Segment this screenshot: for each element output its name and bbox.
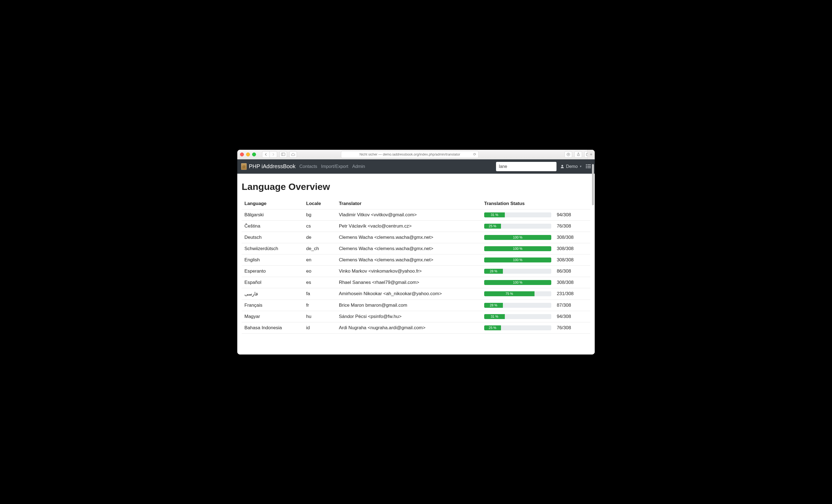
svg-rect-0 — [282, 153, 285, 156]
cell-count: 308/308 — [554, 254, 590, 265]
progress-track: 31 % — [484, 314, 551, 319]
back-button[interactable] — [262, 151, 269, 158]
book-icon — [241, 163, 246, 170]
cell-language: Magyar — [242, 311, 304, 322]
col-language: Language — [242, 199, 304, 209]
col-locale: Locale — [304, 199, 336, 209]
brand-label: PHP iAddressBook — [249, 163, 295, 169]
icloud-button[interactable] — [289, 151, 297, 158]
cell-status: 100 % — [482, 254, 554, 265]
cell-locale: de — [304, 232, 336, 243]
progress-track: 100 % — [484, 258, 551, 262]
cell-translator: Amirhosein Nikookar <ah_nikookar@yahoo.c… — [336, 288, 481, 299]
download-icon — [567, 153, 570, 156]
cell-status: 25 % — [482, 220, 554, 232]
cell-language: English — [242, 254, 304, 265]
cell-language: Español — [242, 277, 304, 288]
chevron-left-icon — [264, 153, 267, 156]
close-window-button[interactable] — [240, 153, 244, 156]
user-label: Demo — [566, 164, 578, 169]
cell-status: 31 % — [482, 311, 554, 322]
progress-track: 28 % — [484, 269, 551, 274]
progress-track: 100 % — [484, 246, 551, 251]
progress-track: 25 % — [484, 224, 551, 229]
table-header-row: Language Locale Translator Translation S… — [242, 199, 590, 209]
cloud-icon — [291, 153, 295, 156]
maximize-window-button[interactable] — [252, 153, 256, 156]
progress-bar: 31 % — [484, 314, 505, 319]
vertical-scrollbar[interactable] — [592, 164, 594, 205]
cell-locale: fa — [304, 288, 336, 299]
cell-translator: Clemens Wacha <clemens.wacha@gmx.net> — [336, 232, 481, 243]
new-tab-button[interactable]: + — [587, 150, 595, 159]
cell-status: 75 % — [482, 288, 554, 299]
progress-bar: 25 % — [484, 325, 501, 330]
share-button[interactable] — [574, 151, 582, 158]
cell-language: فارسی — [242, 288, 304, 299]
progress-bar: 31 % — [484, 212, 505, 217]
progress-bar: 75 % — [484, 291, 535, 296]
chevron-right-icon — [272, 153, 275, 156]
table-row: EspañolesRhael Sananes <rhael79@gmail.co… — [242, 277, 590, 288]
page-content: Language Overview Language Locale Transl… — [237, 174, 595, 354]
window-controls — [240, 153, 256, 156]
cell-count: 94/308 — [554, 311, 590, 322]
svg-rect-7 — [587, 166, 591, 166]
progress-track: 31 % — [484, 212, 551, 217]
progress-track: 25 % — [484, 325, 551, 330]
forward-button[interactable] — [269, 151, 277, 158]
cell-locale: en — [304, 254, 336, 265]
nav-back-forward — [262, 151, 277, 158]
app-navbar: PHP iAddressBook Contacts Import/Export … — [237, 159, 595, 174]
search-input[interactable] — [496, 162, 556, 171]
cell-locale: fr — [304, 299, 336, 311]
progress-bar: 28 % — [484, 303, 503, 308]
table-row: EnglishenClemens Wacha <clemens.wacha@gm… — [242, 254, 590, 265]
minimize-window-button[interactable] — [246, 153, 250, 156]
address-bar[interactable]: Nicht sicher — demo.iaddressbook.org/ind… — [341, 151, 479, 158]
nav-admin[interactable]: Admin — [352, 164, 365, 169]
nav-contacts[interactable]: Contacts — [300, 164, 317, 169]
cell-language: Schwiizerdütsch — [242, 243, 304, 254]
cell-translator: Sándor Pécsi <psinfo@fw.hu> — [336, 311, 481, 322]
cell-status: 100 % — [482, 277, 554, 288]
brand[interactable]: PHP iAddressBook — [241, 163, 295, 170]
cell-translator: Petr Václavík <vaclo@centrum.cz> — [336, 220, 481, 232]
browser-window: Nicht sicher — demo.iaddressbook.org/ind… — [237, 150, 595, 354]
progress-track: 28 % — [484, 303, 551, 308]
cell-locale: bg — [304, 209, 336, 220]
sidebar-toggle-button[interactable] — [279, 151, 287, 158]
cell-locale: de_ch — [304, 243, 336, 254]
reload-button[interactable]: ⟳ — [473, 152, 476, 156]
cell-language: Esperanto — [242, 265, 304, 277]
cell-translator: Clemens Wacha <clemens.wacha@gmx.net> — [336, 243, 481, 254]
list-view-button[interactable] — [586, 163, 591, 169]
cell-translator: Clemens Wacha <clemens.wacha@gmx.net> — [336, 254, 481, 265]
user-icon — [560, 165, 564, 168]
cell-count: 308/308 — [554, 277, 590, 288]
cell-language: Bălgarski — [242, 209, 304, 220]
progress-bar: 25 % — [484, 224, 501, 229]
downloads-button[interactable] — [565, 151, 572, 158]
cell-translator: Vinko Markov <vinkomarkov@yahoo.fr> — [336, 265, 481, 277]
table-row: Bahasa IndonesiaidArdi Nugraha <nugraha.… — [242, 322, 590, 333]
nav-import-export[interactable]: Import/Export — [321, 164, 348, 169]
cell-translator: Vladimir Vitkov <vvitkov@gmail.com> — [336, 209, 481, 220]
user-menu[interactable]: Demo ▼ — [560, 164, 582, 169]
table-row: DeutschdeClemens Wacha <clemens.wacha@gm… — [242, 232, 590, 243]
table-row: فارسیfaAmirhosein Nikookar <ah_nikookar@… — [242, 288, 590, 299]
cell-count: 308/308 — [554, 243, 590, 254]
cell-count: 94/308 — [554, 209, 590, 220]
table-row: ČeštinacsPetr Václavík <vaclo@centrum.cz… — [242, 220, 590, 232]
cell-locale: id — [304, 322, 336, 333]
table-row: EsperantoeoVinko Markov <vinkomarkov@yah… — [242, 265, 590, 277]
cell-locale: cs — [304, 220, 336, 232]
caret-down-icon: ▼ — [579, 165, 582, 168]
progress-bar: 100 % — [484, 246, 551, 251]
table-row: FrançaisfrBrice Maron bmaron@gmail.com28… — [242, 299, 590, 311]
svg-rect-5 — [587, 164, 591, 165]
progress-track: 75 % — [484, 291, 551, 296]
progress-track: 100 % — [484, 280, 551, 285]
share-icon — [577, 153, 580, 156]
titlebar: Nicht sicher — demo.iaddressbook.org/ind… — [237, 150, 595, 159]
